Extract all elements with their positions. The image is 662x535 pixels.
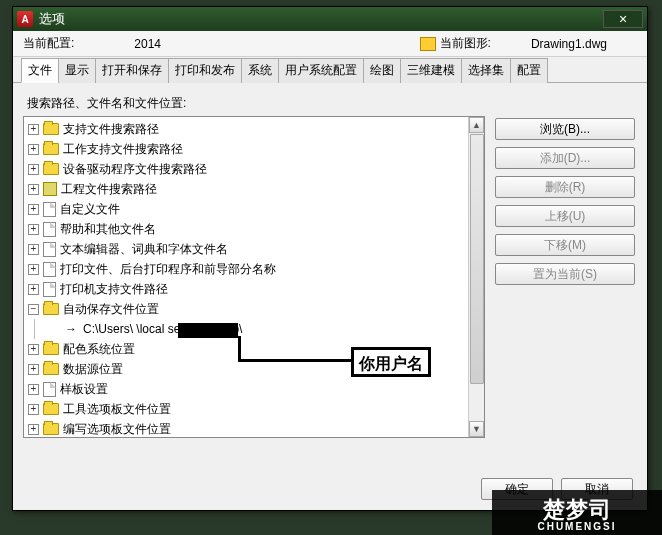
document-icon <box>43 262 56 277</box>
tree-node-label: 工作支持文件搜索路径 <box>63 141 183 158</box>
options-dialog: A 选项 × 当前配置: 2014 当前图形: Drawing1.dwg 文件显… <box>12 6 648 511</box>
folder-icon <box>43 363 59 375</box>
tree-node[interactable]: +打印文件、后台打印程序和前导部分名称 <box>24 259 484 279</box>
app-icon: A <box>17 11 33 27</box>
scrollbar-vertical[interactable]: ▲ ▼ <box>468 117 484 437</box>
current-config-value: 2014 <box>134 37 161 51</box>
annotation-callout: 你用户名 <box>351 347 431 377</box>
folder-icon <box>43 163 59 175</box>
tree-node[interactable]: +编写选项板文件位置 <box>24 419 484 438</box>
expand-icon[interactable]: + <box>28 224 39 235</box>
tree-node-label: 工具选项板文件位置 <box>63 401 171 418</box>
document-icon <box>43 282 56 297</box>
book-icon <box>43 182 57 196</box>
current-drawing-label: 当前图形: <box>440 35 491 52</box>
expand-icon[interactable]: + <box>28 164 39 175</box>
expand-icon[interactable]: + <box>28 184 39 195</box>
movedown-button[interactable]: 下移(M) <box>495 234 635 256</box>
tree-node-label: 工程文件搜索路径 <box>61 181 157 198</box>
tree-node[interactable]: +帮助和其他文件名 <box>24 219 484 239</box>
moveup-button[interactable]: 上移(U) <box>495 205 635 227</box>
tab-9[interactable]: 配置 <box>510 58 548 83</box>
tab-0[interactable]: 文件 <box>21 58 59 83</box>
tab-1[interactable]: 显示 <box>58 58 96 83</box>
window-title: 选项 <box>39 10 603 28</box>
expand-icon[interactable]: + <box>28 124 39 135</box>
tree-node[interactable]: +样板设置 <box>24 379 484 399</box>
tree-view[interactable]: +支持文件搜索路径+工作支持文件搜索路径+设备驱动程序文件搜索路径+工程文件搜索… <box>23 116 485 438</box>
tree-node-label: 配色系统位置 <box>63 341 135 358</box>
tree-node[interactable]: +自定义文件 <box>24 199 484 219</box>
close-button[interactable]: × <box>603 10 643 28</box>
document-icon <box>43 242 56 257</box>
titlebar: A 选项 × <box>13 7 647 31</box>
watermark-sub: CHUMENGSI <box>537 521 616 532</box>
tree-node[interactable]: +支持文件搜索路径 <box>24 119 484 139</box>
tab-7[interactable]: 三维建模 <box>400 58 462 83</box>
document-icon <box>43 202 56 217</box>
folder-icon <box>43 423 59 435</box>
watermark: 楚梦司 CHUMENGSI <box>492 490 662 535</box>
tree-node-label: 样板设置 <box>60 381 108 398</box>
expand-icon[interactable]: + <box>28 384 39 395</box>
side-button-panel: 浏览(B)... 添加(D)... 删除(R) 上移(U) 下移(M) 置为当前… <box>495 116 635 438</box>
expand-icon[interactable]: + <box>28 204 39 215</box>
current-drawing-value: Drawing1.dwg <box>531 37 607 51</box>
tree-node-label: 打印文件、后台打印程序和前导部分名称 <box>60 261 276 278</box>
tree-node[interactable]: →C:\Users\ \local settings\temp\ <box>24 319 484 339</box>
path-arrow-icon: → <box>63 322 79 336</box>
tree-node[interactable]: +设备驱动程序文件搜索路径 <box>24 159 484 179</box>
drawing-icon <box>420 37 436 51</box>
tree-node[interactable]: −自动保存文件位置 <box>24 299 484 319</box>
folder-icon <box>43 123 59 135</box>
tree-node[interactable]: +打印机支持文件路径 <box>24 279 484 299</box>
tree-node[interactable]: +工具选项板文件位置 <box>24 399 484 419</box>
folder-icon <box>43 403 59 415</box>
tab-8[interactable]: 选择集 <box>461 58 511 83</box>
document-icon <box>43 382 56 397</box>
tree-node-label: 自定义文件 <box>60 201 120 218</box>
tree-node[interactable]: +工作支持文件搜索路径 <box>24 139 484 159</box>
info-bar: 当前配置: 2014 当前图形: Drawing1.dwg <box>13 31 647 57</box>
tab-2[interactable]: 打开和保存 <box>95 58 169 83</box>
scroll-up-button[interactable]: ▲ <box>469 117 484 133</box>
tree-node-label: 编写选项板文件位置 <box>63 421 171 438</box>
expand-icon[interactable]: + <box>28 424 39 435</box>
tree-node-label: 文本编辑器、词典和字体文件名 <box>60 241 228 258</box>
expand-icon[interactable]: + <box>28 144 39 155</box>
tree-node[interactable]: +文本编辑器、词典和字体文件名 <box>24 239 484 259</box>
add-button[interactable]: 添加(D)... <box>495 147 635 169</box>
expand-icon[interactable]: + <box>28 344 39 355</box>
tab-5[interactable]: 用户系统配置 <box>278 58 364 83</box>
folder-icon <box>43 143 59 155</box>
tree-spacer <box>48 324 59 335</box>
tree-node-label: 支持文件搜索路径 <box>63 121 159 138</box>
tree-node-label: 打印机支持文件路径 <box>60 281 168 298</box>
panel-label: 搜索路径、文件名和文件位置: <box>27 95 637 112</box>
expand-icon[interactable]: + <box>28 244 39 255</box>
annotation-redaction <box>178 323 238 338</box>
expand-icon[interactable]: + <box>28 284 39 295</box>
annotation-connector <box>238 359 354 362</box>
collapse-icon[interactable]: − <box>28 304 39 315</box>
scroll-down-button[interactable]: ▼ <box>469 421 484 437</box>
tree-node-label: 设备驱动程序文件搜索路径 <box>63 161 207 178</box>
remove-button[interactable]: 删除(R) <box>495 176 635 198</box>
tree-node[interactable]: +工程文件搜索路径 <box>24 179 484 199</box>
expand-icon[interactable]: + <box>28 264 39 275</box>
setcurrent-button[interactable]: 置为当前(S) <box>495 263 635 285</box>
tab-4[interactable]: 系统 <box>241 58 279 83</box>
expand-icon[interactable]: + <box>28 404 39 415</box>
browse-button[interactable]: 浏览(B)... <box>495 118 635 140</box>
scroll-thumb[interactable] <box>470 134 484 384</box>
tab-6[interactable]: 绘图 <box>363 58 401 83</box>
document-icon <box>43 222 56 237</box>
tab-3[interactable]: 打印和发布 <box>168 58 242 83</box>
folder-icon <box>43 303 59 315</box>
expand-icon[interactable]: + <box>28 364 39 375</box>
tab-strip: 文件显示打开和保存打印和发布系统用户系统配置绘图三维建模选择集配置 <box>13 57 647 83</box>
tree-node-label: 帮助和其他文件名 <box>60 221 156 238</box>
current-config-label: 当前配置: <box>23 35 74 52</box>
folder-icon <box>43 343 59 355</box>
tree-node-label: 数据源位置 <box>63 361 123 378</box>
